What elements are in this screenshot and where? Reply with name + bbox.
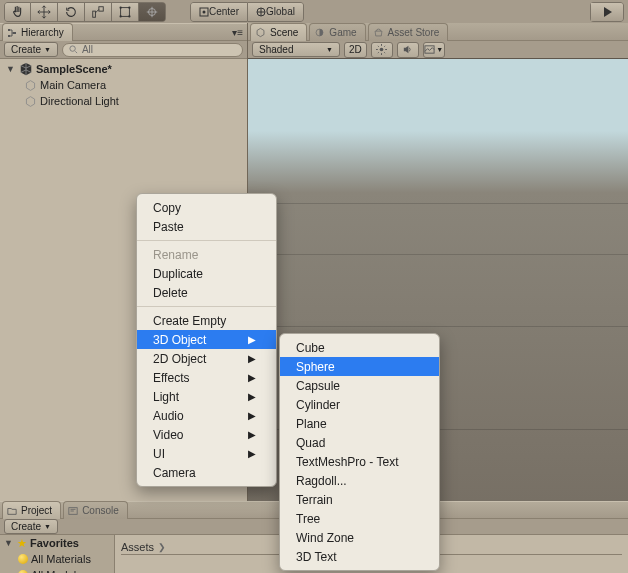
menu-item-audio[interactable]: Audio▶: [137, 406, 276, 425]
menu-item-copy[interactable]: Copy: [137, 198, 276, 217]
game-tab[interactable]: Game: [309, 23, 365, 41]
hierarchy-search-input[interactable]: All: [62, 43, 243, 57]
svg-point-3: [119, 6, 121, 8]
menu-item-sphere[interactable]: Sphere: [280, 357, 439, 376]
gameobject-icon: [24, 95, 37, 108]
asset-store-tab[interactable]: Asset Store: [368, 23, 449, 41]
menu-item-video[interactable]: Video▶: [137, 425, 276, 444]
item-label: Directional Light: [40, 95, 119, 107]
project-tab[interactable]: Project: [2, 501, 61, 519]
play-button[interactable]: [590, 2, 624, 22]
console-tab[interactable]: Console: [63, 501, 128, 519]
sun-icon: [376, 44, 387, 55]
favorites-row[interactable]: ▼ ★ Favorites: [0, 535, 114, 551]
asset-store-tab-label: Asset Store: [388, 27, 440, 38]
menu-item-textmeshpro-text[interactable]: TextMeshPro - Text: [280, 452, 439, 471]
scene-icon: [255, 27, 266, 38]
menu-item-quad[interactable]: Quad: [280, 433, 439, 452]
pivot-handle-group: Center Global: [190, 2, 304, 22]
menu-item-label: Quad: [296, 436, 325, 450]
hand-tool-button[interactable]: [4, 2, 31, 22]
menu-item-label: Effects: [153, 371, 189, 385]
folder-icon: [7, 506, 17, 516]
scene-lighting-toggle[interactable]: [371, 42, 393, 58]
main-toolbar: Center Global: [0, 0, 628, 23]
menu-item-tree[interactable]: Tree: [280, 509, 439, 528]
fav-label: All Materials: [31, 553, 91, 565]
menu-item-2d-object[interactable]: 2D Object▶: [137, 349, 276, 368]
scene-audio-toggle[interactable]: [397, 42, 419, 58]
project-create-button[interactable]: Create▼: [4, 519, 58, 534]
game-icon: [314, 27, 325, 38]
hierarchy-tab[interactable]: Hierarchy: [2, 23, 73, 41]
menu-item-ragdoll-[interactable]: Ragdoll...: [280, 471, 439, 490]
toggle-2d-button[interactable]: 2D: [344, 42, 367, 58]
menu-item-create-empty[interactable]: Create Empty: [137, 311, 276, 330]
menu-item-label: Light: [153, 390, 179, 404]
fav-all-materials[interactable]: All Materials: [0, 551, 114, 567]
menu-item-3d-text[interactable]: 3D Text: [280, 547, 439, 566]
menu-item-label: Plane: [296, 417, 327, 431]
menu-item-label: Wind Zone: [296, 531, 354, 545]
scene-fx-toggle[interactable]: ▼: [423, 42, 445, 58]
menu-item-label: Tree: [296, 512, 320, 526]
transform-tool-group: [4, 2, 166, 22]
item-label: Main Camera: [40, 79, 106, 91]
rotate-tool-button[interactable]: [58, 2, 85, 22]
hierarchy-icon: [7, 28, 17, 38]
menu-item-label: Cylinder: [296, 398, 340, 412]
menu-item-effects[interactable]: Effects▶: [137, 368, 276, 387]
menu-item-label: Cube: [296, 341, 325, 355]
menu-item-label: Delete: [153, 286, 188, 300]
menu-item-ui[interactable]: UI▶: [137, 444, 276, 463]
chevron-right-icon: ❯: [158, 542, 166, 552]
menu-item-label: UI: [153, 447, 165, 461]
menu-item-paste[interactable]: Paste: [137, 217, 276, 236]
scene-root-item[interactable]: ▼ SampleScene*: [0, 61, 247, 77]
menu-item-light[interactable]: Light▶: [137, 387, 276, 406]
menu-item-label: Ragdoll...: [296, 474, 347, 488]
menu-item-capsule[interactable]: Capsule: [280, 376, 439, 395]
menu-item-duplicate[interactable]: Duplicate: [137, 264, 276, 283]
draw-mode-dropdown[interactable]: Shaded▼: [252, 42, 340, 57]
search-placeholder: All: [82, 44, 93, 55]
menu-item-camera[interactable]: Camera: [137, 463, 276, 482]
handle-rotation-button[interactable]: Global: [248, 2, 304, 22]
menu-item-cube[interactable]: Cube: [280, 338, 439, 357]
menu-item-3d-object[interactable]: 3D Object▶: [137, 330, 276, 349]
foldout-icon[interactable]: ▼: [4, 538, 14, 548]
fav-all-models[interactable]: All Models: [0, 567, 114, 573]
project-sidebar: ▼ ★ Favorites All Materials All Models: [0, 535, 115, 573]
menu-item-label: Capsule: [296, 379, 340, 393]
move-tool-button[interactable]: [31, 2, 58, 22]
submenu-arrow-icon: ▶: [248, 334, 256, 345]
foldout-icon[interactable]: ▼: [6, 64, 16, 74]
scene-tab[interactable]: Scene: [250, 23, 307, 41]
hierarchy-create-button[interactable]: Create▼: [4, 42, 58, 57]
menu-item-cylinder[interactable]: Cylinder: [280, 395, 439, 414]
menu-item-rename: Rename: [137, 245, 276, 264]
menu-item-wind-zone[interactable]: Wind Zone: [280, 528, 439, 547]
hierarchy-tab-label: Hierarchy: [21, 27, 64, 38]
svg-point-5: [119, 15, 121, 17]
rect-tool-button[interactable]: [112, 2, 139, 22]
panel-menu-icon[interactable]: ▾≡: [232, 27, 243, 38]
gameobject-icon: [24, 79, 37, 92]
menu-item-label: Copy: [153, 201, 181, 215]
svg-rect-2: [121, 7, 130, 16]
menu-item-terrain[interactable]: Terrain: [280, 490, 439, 509]
draw-mode-label: Shaded: [259, 44, 293, 55]
pivot-mode-label: Center: [209, 6, 239, 17]
scene-name: SampleScene*: [36, 63, 112, 75]
svg-rect-12: [8, 35, 10, 37]
menu-item-plane[interactable]: Plane: [280, 414, 439, 433]
hierarchy-item-directional-light[interactable]: Directional Light: [0, 93, 247, 109]
transform-tool-button[interactable]: [139, 2, 166, 22]
pivot-mode-button[interactable]: Center: [190, 2, 248, 22]
submenu-arrow-icon: ▶: [248, 410, 256, 421]
svg-point-14: [70, 46, 75, 51]
image-icon: [424, 44, 435, 55]
hierarchy-item-main-camera[interactable]: Main Camera: [0, 77, 247, 93]
menu-item-delete[interactable]: Delete: [137, 283, 276, 302]
scale-tool-button[interactable]: [85, 2, 112, 22]
